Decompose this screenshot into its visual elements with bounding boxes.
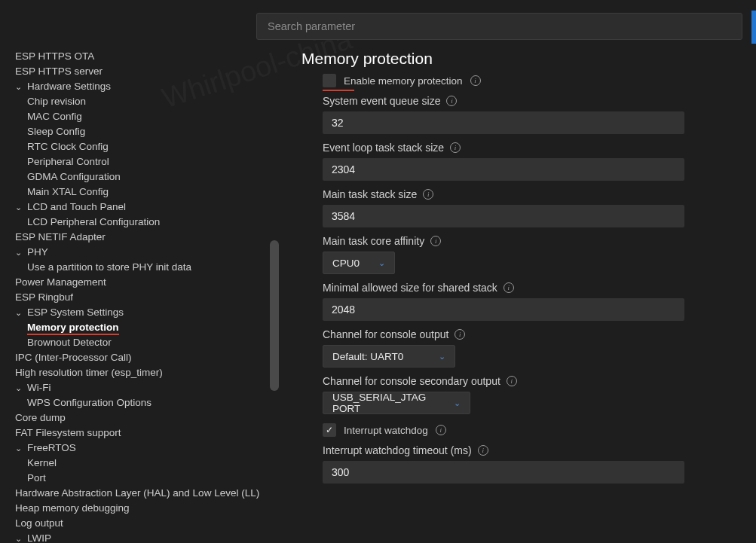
sidebar-item[interactable]: Sleep Config [0, 124, 279, 139]
select-input[interactable]: CPU0⌄ [323, 252, 395, 274]
info-icon[interactable]: i [478, 445, 488, 456]
chevron-down-icon: ⌄ [15, 444, 26, 453]
sidebar-item-label: Hardware Settings [27, 81, 111, 92]
sidebar-item[interactable]: ESP HTTPS OTA [0, 48, 279, 63]
field-label: Channel for console outputi [323, 328, 746, 340]
info-icon[interactable]: i [507, 376, 517, 386]
sidebar-item[interactable]: ⌄LWIP [0, 530, 279, 543]
field-label-text: Channel for console output [323, 328, 448, 340]
info-icon[interactable]: i [436, 425, 446, 435]
field-label: Channel for console secondary outputi [323, 375, 746, 387]
chevron-down-icon: ⌄ [15, 203, 26, 212]
field-label-text: Minimal allowed size for shared stack [323, 282, 497, 294]
sidebar-item[interactable]: MAC Config [0, 108, 279, 124]
sidebar-item-label: MAC Config [27, 111, 82, 122]
sidebar-item-label: ESP HTTPS server [15, 66, 103, 77]
text-input[interactable]: 32 [323, 111, 684, 134]
sidebar-item[interactable]: GDMA Configuration [0, 169, 279, 184]
sidebar-item-label: Heap memory debugging [15, 502, 130, 514]
sidebar-item[interactable]: Chip revision [0, 93, 279, 108]
sidebar-scrollbar-thumb[interactable] [270, 240, 279, 391]
sidebar-item[interactable]: Log output [0, 515, 279, 530]
enable-memory-protection-checkbox[interactable] [323, 74, 336, 87]
sidebar-item-label: ESP System Settings [27, 307, 124, 318]
sidebar-item-label: WPS Configuration Options [27, 397, 152, 408]
sidebar-item[interactable]: IPC (Inter-Processor Call) [0, 349, 279, 365]
sidebar-item[interactable]: Main XTAL Config [0, 184, 279, 199]
info-icon[interactable]: i [430, 236, 441, 246]
page-title: Memory protection [301, 50, 746, 68]
sidebar-item-label: Brownout Detector [27, 337, 112, 348]
sidebar-item-label: Wi-Fi [27, 382, 51, 393]
sidebar-item-label: Use a partition to store PHY init data [27, 261, 191, 273]
info-icon[interactable]: i [455, 329, 465, 340]
sidebar-item[interactable]: Brownout Detector [0, 334, 279, 349]
sidebar-item-label: IPC (Inter-Processor Call) [15, 352, 132, 363]
text-input[interactable]: 2304 [323, 158, 684, 181]
sidebar-item-label: Peripheral Control [27, 156, 109, 167]
sidebar-item-label: Port [27, 472, 46, 484]
interrupt-watchdog-timeout-label: Interrupt watchdog timeout (ms) [323, 444, 472, 456]
text-input[interactable]: 2048 [323, 298, 684, 321]
sidebar-item-label: ESP HTTPS OTA [15, 50, 94, 62]
sidebar-item[interactable]: Hardware Abstraction Layer (HAL) and Low… [0, 485, 279, 500]
sidebar-item-label: Log output [15, 517, 63, 529]
info-icon[interactable]: i [450, 142, 461, 153]
info-icon[interactable]: i [423, 189, 433, 200]
sidebar-item-label: Sleep Config [27, 126, 85, 137]
interrupt-watchdog-checkbox[interactable] [323, 423, 336, 437]
sidebar-item[interactable]: Power Management [0, 274, 279, 289]
sidebar-item[interactable]: ⌄LCD and Touch Panel [0, 199, 279, 214]
field-label: Event loop task stack sizei [323, 142, 746, 154]
main-panel: Memory protection Enable memory protecti… [301, 50, 746, 484]
sidebar-item[interactable]: FAT Filesystem support [0, 425, 279, 440]
select-input[interactable]: Default: UART0⌄ [323, 345, 455, 368]
sidebar-item[interactable]: ⌄PHY [0, 244, 279, 259]
sidebar-item[interactable]: Peripheral Control [0, 154, 279, 169]
sidebar-item[interactable]: ⌄Wi-Fi [0, 380, 279, 395]
sidebar-item-label: FAT Filesystem support [15, 427, 121, 438]
interrupt-watchdog-timeout-input[interactable]: 300 [323, 461, 684, 484]
field-label-text: Main task stack size [323, 188, 417, 200]
sidebar-item-label: LCD and Touch Panel [27, 201, 126, 212]
field-label: System event queue sizei [323, 95, 746, 107]
select-value: Default: UART0 [332, 351, 403, 362]
info-icon[interactable]: i [503, 282, 514, 293]
sidebar-item[interactable]: ESP NETIF Adapter [0, 229, 279, 244]
chevron-down-icon: ⌄ [378, 258, 385, 268]
sidebar-item[interactable]: High resolution timer (esp_timer) [0, 365, 279, 380]
sidebar-item-label: Main XTAL Config [27, 186, 109, 197]
select-input[interactable]: USB_SERIAL_JTAG PORT⌄ [323, 392, 470, 414]
text-input[interactable]: 3584 [323, 205, 684, 227]
sidebar-item-label: ESP Ringbuf [15, 291, 73, 303]
sidebar-item-label: GDMA Configuration [27, 171, 121, 182]
sidebar-item[interactable]: ESP HTTPS server [0, 63, 279, 78]
info-icon[interactable]: i [470, 75, 481, 86]
select-value: USB_SERIAL_JTAG PORT [332, 392, 440, 414]
field-label-text: Main task core affinity [323, 235, 424, 247]
sidebar-item[interactable]: LCD Peripheral Configuration [0, 214, 279, 229]
field-label: Main task stack sizei [323, 188, 746, 200]
field-label: Main task core affinityi [323, 235, 746, 247]
search-input[interactable]: Search parameter [256, 13, 742, 40]
sidebar-item[interactable]: Heap memory debugging [0, 500, 279, 515]
chevron-down-icon: ⌄ [454, 398, 461, 408]
sidebar-item-selected[interactable]: Memory protection [0, 319, 279, 334]
sidebar-item-label: LWIP [27, 532, 51, 544]
sidebar-item[interactable]: ESP Ringbuf [0, 289, 279, 304]
interrupt-watchdog-timeout-value: 300 [332, 466, 349, 478]
sidebar-item[interactable]: RTC Clock Config [0, 139, 279, 154]
chevron-down-icon: ⌄ [15, 248, 26, 258]
sidebar-item[interactable]: ⌄Hardware Settings [0, 78, 279, 93]
sidebar-item[interactable]: Port [0, 470, 279, 485]
text-input-value: 32 [332, 117, 344, 129]
sidebar-item[interactable]: Use a partition to store PHY init data [0, 259, 279, 274]
sidebar-item[interactable]: Kernel [0, 455, 279, 470]
sidebar-item[interactable]: Core dump [0, 410, 279, 425]
sidebar-item[interactable]: WPS Configuration Options [0, 395, 279, 410]
sidebar-item[interactable]: ⌄ESP System Settings [0, 304, 279, 319]
text-input-value: 2048 [332, 304, 355, 316]
info-icon[interactable]: i [446, 96, 457, 106]
sidebar-item[interactable]: ⌄FreeRTOS [0, 440, 279, 455]
enable-memory-protection-label: Enable memory protection [344, 75, 463, 87]
